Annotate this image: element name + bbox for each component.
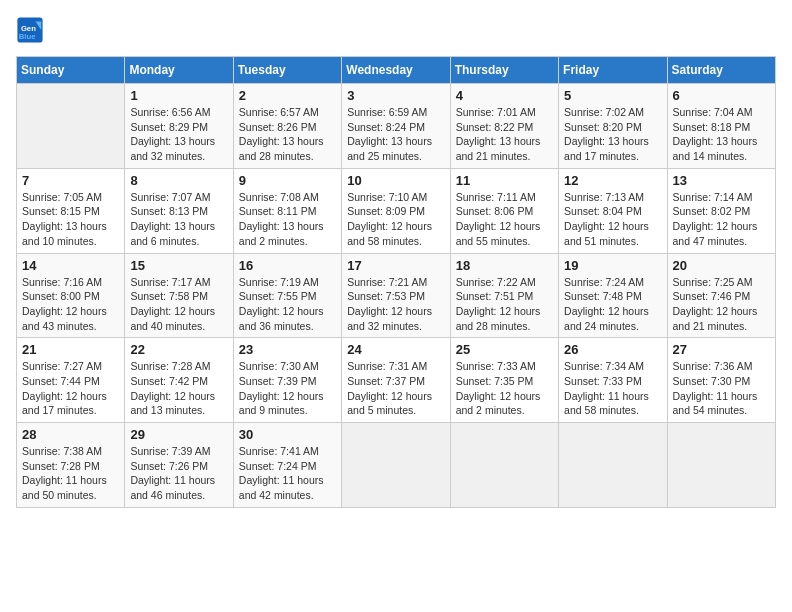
calendar-cell: 27Sunrise: 7:36 AM Sunset: 7:30 PM Dayli…: [667, 338, 775, 423]
column-header-thursday: Thursday: [450, 57, 558, 84]
calendar-week-row: 7Sunrise: 7:05 AM Sunset: 8:15 PM Daylig…: [17, 168, 776, 253]
day-number: 21: [22, 342, 119, 357]
calendar-cell: [559, 423, 667, 508]
calendar-header-row: SundayMondayTuesdayWednesdayThursdayFrid…: [17, 57, 776, 84]
calendar-cell: 1Sunrise: 6:56 AM Sunset: 8:29 PM Daylig…: [125, 84, 233, 169]
calendar-cell: 23Sunrise: 7:30 AM Sunset: 7:39 PM Dayli…: [233, 338, 341, 423]
day-number: 20: [673, 258, 770, 273]
calendar-week-row: 21Sunrise: 7:27 AM Sunset: 7:44 PM Dayli…: [17, 338, 776, 423]
calendar-cell: [450, 423, 558, 508]
calendar-cell: 28Sunrise: 7:38 AM Sunset: 7:28 PM Dayli…: [17, 423, 125, 508]
calendar-cell: 8Sunrise: 7:07 AM Sunset: 8:13 PM Daylig…: [125, 168, 233, 253]
column-header-monday: Monday: [125, 57, 233, 84]
day-info: Sunrise: 7:38 AM Sunset: 7:28 PM Dayligh…: [22, 444, 119, 503]
calendar-cell: 19Sunrise: 7:24 AM Sunset: 7:48 PM Dayli…: [559, 253, 667, 338]
day-info: Sunrise: 7:10 AM Sunset: 8:09 PM Dayligh…: [347, 190, 444, 249]
calendar-cell: 14Sunrise: 7:16 AM Sunset: 8:00 PM Dayli…: [17, 253, 125, 338]
page-header: Gen Blue: [16, 16, 776, 44]
calendar-week-row: 28Sunrise: 7:38 AM Sunset: 7:28 PM Dayli…: [17, 423, 776, 508]
calendar-cell: 5Sunrise: 7:02 AM Sunset: 8:20 PM Daylig…: [559, 84, 667, 169]
day-number: 13: [673, 173, 770, 188]
calendar-week-row: 1Sunrise: 6:56 AM Sunset: 8:29 PM Daylig…: [17, 84, 776, 169]
calendar-cell: 17Sunrise: 7:21 AM Sunset: 7:53 PM Dayli…: [342, 253, 450, 338]
day-number: 11: [456, 173, 553, 188]
day-number: 22: [130, 342, 227, 357]
day-number: 17: [347, 258, 444, 273]
day-number: 25: [456, 342, 553, 357]
logo-icon: Gen Blue: [16, 16, 44, 44]
day-info: Sunrise: 7:41 AM Sunset: 7:24 PM Dayligh…: [239, 444, 336, 503]
day-number: 28: [22, 427, 119, 442]
day-number: 27: [673, 342, 770, 357]
day-number: 9: [239, 173, 336, 188]
day-number: 8: [130, 173, 227, 188]
calendar-cell: 15Sunrise: 7:17 AM Sunset: 7:58 PM Dayli…: [125, 253, 233, 338]
calendar-cell: 22Sunrise: 7:28 AM Sunset: 7:42 PM Dayli…: [125, 338, 233, 423]
day-number: 1: [130, 88, 227, 103]
day-info: Sunrise: 7:28 AM Sunset: 7:42 PM Dayligh…: [130, 359, 227, 418]
day-info: Sunrise: 7:27 AM Sunset: 7:44 PM Dayligh…: [22, 359, 119, 418]
calendar-cell: [17, 84, 125, 169]
day-number: 14: [22, 258, 119, 273]
column-header-saturday: Saturday: [667, 57, 775, 84]
day-number: 26: [564, 342, 661, 357]
day-number: 16: [239, 258, 336, 273]
day-info: Sunrise: 7:39 AM Sunset: 7:26 PM Dayligh…: [130, 444, 227, 503]
day-info: Sunrise: 7:31 AM Sunset: 7:37 PM Dayligh…: [347, 359, 444, 418]
calendar-cell: 21Sunrise: 7:27 AM Sunset: 7:44 PM Dayli…: [17, 338, 125, 423]
day-info: Sunrise: 7:16 AM Sunset: 8:00 PM Dayligh…: [22, 275, 119, 334]
day-number: 15: [130, 258, 227, 273]
day-info: Sunrise: 7:36 AM Sunset: 7:30 PM Dayligh…: [673, 359, 770, 418]
calendar-cell: 6Sunrise: 7:04 AM Sunset: 8:18 PM Daylig…: [667, 84, 775, 169]
day-info: Sunrise: 7:25 AM Sunset: 7:46 PM Dayligh…: [673, 275, 770, 334]
calendar-cell: 30Sunrise: 7:41 AM Sunset: 7:24 PM Dayli…: [233, 423, 341, 508]
day-info: Sunrise: 6:56 AM Sunset: 8:29 PM Dayligh…: [130, 105, 227, 164]
day-number: 5: [564, 88, 661, 103]
day-info: Sunrise: 7:17 AM Sunset: 7:58 PM Dayligh…: [130, 275, 227, 334]
calendar-cell: 26Sunrise: 7:34 AM Sunset: 7:33 PM Dayli…: [559, 338, 667, 423]
day-number: 6: [673, 88, 770, 103]
calendar-cell: 20Sunrise: 7:25 AM Sunset: 7:46 PM Dayli…: [667, 253, 775, 338]
day-number: 10: [347, 173, 444, 188]
calendar-cell: 24Sunrise: 7:31 AM Sunset: 7:37 PM Dayli…: [342, 338, 450, 423]
calendar-cell: 10Sunrise: 7:10 AM Sunset: 8:09 PM Dayli…: [342, 168, 450, 253]
calendar-table: SundayMondayTuesdayWednesdayThursdayFrid…: [16, 56, 776, 508]
day-info: Sunrise: 7:34 AM Sunset: 7:33 PM Dayligh…: [564, 359, 661, 418]
day-number: 24: [347, 342, 444, 357]
day-info: Sunrise: 7:30 AM Sunset: 7:39 PM Dayligh…: [239, 359, 336, 418]
day-info: Sunrise: 6:59 AM Sunset: 8:24 PM Dayligh…: [347, 105, 444, 164]
calendar-cell: [342, 423, 450, 508]
day-number: 4: [456, 88, 553, 103]
calendar-cell: 13Sunrise: 7:14 AM Sunset: 8:02 PM Dayli…: [667, 168, 775, 253]
day-info: Sunrise: 7:13 AM Sunset: 8:04 PM Dayligh…: [564, 190, 661, 249]
day-number: 23: [239, 342, 336, 357]
day-info: Sunrise: 7:01 AM Sunset: 8:22 PM Dayligh…: [456, 105, 553, 164]
logo: Gen Blue: [16, 16, 48, 44]
day-info: Sunrise: 7:02 AM Sunset: 8:20 PM Dayligh…: [564, 105, 661, 164]
day-number: 12: [564, 173, 661, 188]
day-number: 2: [239, 88, 336, 103]
calendar-cell: 9Sunrise: 7:08 AM Sunset: 8:11 PM Daylig…: [233, 168, 341, 253]
column-header-friday: Friday: [559, 57, 667, 84]
day-info: Sunrise: 7:04 AM Sunset: 8:18 PM Dayligh…: [673, 105, 770, 164]
day-info: Sunrise: 7:05 AM Sunset: 8:15 PM Dayligh…: [22, 190, 119, 249]
day-info: Sunrise: 6:57 AM Sunset: 8:26 PM Dayligh…: [239, 105, 336, 164]
day-number: 30: [239, 427, 336, 442]
day-number: 18: [456, 258, 553, 273]
calendar-cell: 12Sunrise: 7:13 AM Sunset: 8:04 PM Dayli…: [559, 168, 667, 253]
calendar-week-row: 14Sunrise: 7:16 AM Sunset: 8:00 PM Dayli…: [17, 253, 776, 338]
calendar-cell: 7Sunrise: 7:05 AM Sunset: 8:15 PM Daylig…: [17, 168, 125, 253]
calendar-cell: [667, 423, 775, 508]
column-header-sunday: Sunday: [17, 57, 125, 84]
day-info: Sunrise: 7:08 AM Sunset: 8:11 PM Dayligh…: [239, 190, 336, 249]
day-number: 19: [564, 258, 661, 273]
calendar-cell: 3Sunrise: 6:59 AM Sunset: 8:24 PM Daylig…: [342, 84, 450, 169]
calendar-cell: 25Sunrise: 7:33 AM Sunset: 7:35 PM Dayli…: [450, 338, 558, 423]
calendar-cell: 18Sunrise: 7:22 AM Sunset: 7:51 PM Dayli…: [450, 253, 558, 338]
day-number: 29: [130, 427, 227, 442]
day-info: Sunrise: 7:19 AM Sunset: 7:55 PM Dayligh…: [239, 275, 336, 334]
day-info: Sunrise: 7:07 AM Sunset: 8:13 PM Dayligh…: [130, 190, 227, 249]
svg-text:Blue: Blue: [19, 32, 36, 41]
day-info: Sunrise: 7:24 AM Sunset: 7:48 PM Dayligh…: [564, 275, 661, 334]
day-info: Sunrise: 7:33 AM Sunset: 7:35 PM Dayligh…: [456, 359, 553, 418]
